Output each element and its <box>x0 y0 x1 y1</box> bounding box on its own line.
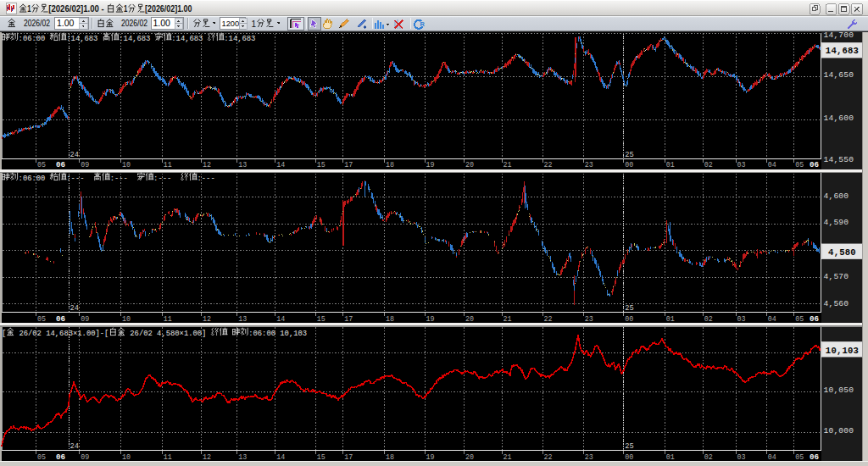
svg-text:24: 24 <box>70 441 80 451</box>
svg-text:02: 02 <box>704 453 713 462</box>
svg-text:14: 14 <box>276 315 285 324</box>
svg-text:1: 1 <box>27 3 31 14</box>
svg-text:09: 09 <box>81 315 89 324</box>
svg-text:02: 02 <box>704 315 713 324</box>
svg-text:11: 11 <box>164 315 172 324</box>
svg-text:21: 21 <box>504 315 512 324</box>
svg-text:14: 14 <box>276 161 285 169</box>
svg-text:13: 13 <box>238 161 247 169</box>
svg-text:4,600: 4,600 <box>824 191 849 201</box>
svg-text:05: 05 <box>795 453 804 462</box>
svg-text:05: 05 <box>795 315 804 324</box>
svg-text:19: 19 <box>426 161 435 169</box>
svg-text:25: 25 <box>625 441 634 451</box>
svg-text:18: 18 <box>386 453 394 462</box>
svg-text:11: 11 <box>164 161 172 169</box>
svg-text:14,683: 14,683 <box>826 46 859 56</box>
svg-text:26/02 4,580×1.00]: 26/02 4,580×1.00] <box>125 330 211 338</box>
svg-text:14,650: 14,650 <box>824 70 854 80</box>
svg-text:10,000: 10,000 <box>824 426 854 435</box>
svg-text:22: 22 <box>544 453 553 462</box>
svg-text::14,683: :14,683 <box>66 35 102 43</box>
svg-text:23: 23 <box>585 453 593 462</box>
svg-text:21: 21 <box>504 453 512 462</box>
svg-text:18: 18 <box>386 315 394 324</box>
svg-text:20: 20 <box>465 453 474 462</box>
svg-text:06: 06 <box>56 160 65 169</box>
svg-text:25: 25 <box>625 150 634 159</box>
svg-text:R: R <box>420 20 426 28</box>
svg-text:03: 03 <box>737 315 746 324</box>
svg-text:[2026/02]1.00: [2026/02]1.00 <box>145 3 192 14</box>
svg-text:05: 05 <box>795 161 804 169</box>
svg-text::06:00: :06:00 <box>19 175 50 183</box>
svg-text:06: 06 <box>56 314 65 324</box>
svg-text:01: 01 <box>666 161 675 169</box>
svg-text:12: 12 <box>203 161 211 169</box>
svg-text::06:00: :06:00 <box>19 35 50 43</box>
svg-text:10: 10 <box>122 161 131 169</box>
svg-text:4,560: 4,560 <box>824 299 849 308</box>
svg-text:11: 11 <box>164 453 172 462</box>
svg-text:05: 05 <box>37 453 46 462</box>
svg-text:2026/02: 2026/02 <box>24 18 50 28</box>
svg-text:23: 23 <box>585 315 593 324</box>
svg-text:21: 21 <box>504 161 512 169</box>
svg-text::---: :--- <box>110 175 137 183</box>
svg-text:19: 19 <box>426 315 435 324</box>
svg-text:1200: 1200 <box>222 19 240 28</box>
svg-text:1.00: 1.00 <box>153 18 171 28</box>
svg-text:05: 05 <box>37 161 46 169</box>
svg-text:03: 03 <box>737 161 746 169</box>
svg-text:06: 06 <box>56 452 65 462</box>
svg-text:10,103: 10,103 <box>826 346 859 356</box>
svg-text:04: 04 <box>768 453 776 462</box>
svg-text:01: 01 <box>666 315 675 324</box>
svg-text:04: 04 <box>768 161 776 169</box>
svg-text:24: 24 <box>70 150 80 159</box>
svg-text:12: 12 <box>203 453 211 462</box>
svg-text:4,580: 4,580 <box>828 247 856 258</box>
svg-text:2026/02: 2026/02 <box>121 18 147 28</box>
svg-text:12: 12 <box>203 315 211 324</box>
svg-text:[: [ <box>2 330 6 338</box>
svg-text::14,683: :14,683 <box>119 35 154 43</box>
svg-text:19: 19 <box>426 453 435 462</box>
svg-text:13: 13 <box>238 453 247 462</box>
svg-text::---: :--- <box>153 175 181 183</box>
svg-text:22: 22 <box>544 161 553 169</box>
svg-text:17: 17 <box>344 161 353 169</box>
svg-text:10: 10 <box>122 315 131 324</box>
svg-text:15: 15 <box>317 453 326 462</box>
svg-text:4,570: 4,570 <box>824 272 849 281</box>
svg-text:02: 02 <box>704 161 713 169</box>
svg-text:1: 1 <box>124 3 127 14</box>
svg-text:06: 06 <box>810 314 819 324</box>
svg-text:13: 13 <box>238 315 247 324</box>
svg-text:23: 23 <box>585 161 593 169</box>
svg-text:1.00: 1.00 <box>57 18 75 28</box>
svg-text:10: 10 <box>122 453 131 462</box>
svg-text:15: 15 <box>317 315 326 324</box>
svg-text:26/02 14,683×1.00]-[: 26/02 14,683×1.00]-[ <box>14 330 108 338</box>
svg-text:00: 00 <box>625 453 633 462</box>
svg-text:17: 17 <box>344 315 353 324</box>
svg-text::---: :--- <box>198 175 215 183</box>
svg-text:14: 14 <box>276 453 285 462</box>
svg-text:05: 05 <box>37 315 46 324</box>
svg-text:17: 17 <box>344 453 353 462</box>
svg-text:1: 1 <box>252 19 257 29</box>
svg-text:4,590: 4,590 <box>824 218 849 227</box>
svg-text:04: 04 <box>768 315 776 324</box>
svg-text::---: :--- <box>66 175 93 183</box>
svg-text:00: 00 <box>625 315 633 324</box>
svg-text:24: 24 <box>70 303 80 313</box>
svg-text::14,683: :14,683 <box>171 35 207 43</box>
svg-text:20: 20 <box>465 315 474 324</box>
svg-text:14,550: 14,550 <box>824 155 854 164</box>
svg-text:15: 15 <box>317 161 326 169</box>
svg-text::06:00 10,103: :06:00 10,103 <box>248 330 307 338</box>
svg-text:06: 06 <box>810 160 819 169</box>
svg-text:09: 09 <box>81 161 89 169</box>
svg-text:20: 20 <box>465 161 474 169</box>
